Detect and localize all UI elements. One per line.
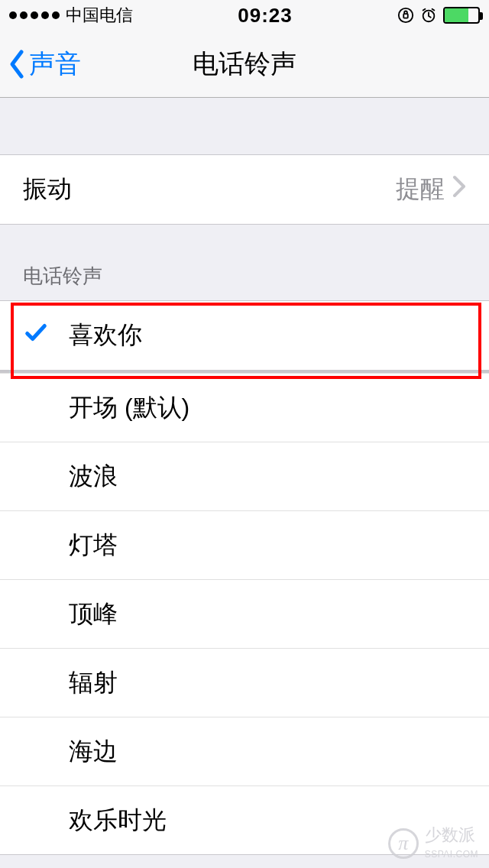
tone-label: 喜欢你 bbox=[69, 319, 466, 352]
tones-list: 喜欢你开场 (默认)波浪灯塔顶峰辐射海边欢乐时光 bbox=[0, 300, 489, 855]
tone-row[interactable]: 开场 (默认) bbox=[0, 373, 489, 442]
watermark: π 少数派 SSPAI.COM bbox=[388, 827, 478, 860]
tone-row[interactable]: 顶峰 bbox=[0, 579, 489, 648]
tone-label: 波浪 bbox=[69, 460, 466, 494]
tone-row[interactable]: 辐射 bbox=[0, 648, 489, 717]
tone-row[interactable]: 灯塔 bbox=[0, 510, 489, 579]
status-bar: 中国电信 09:23 bbox=[0, 0, 489, 31]
chevron-right-icon bbox=[452, 175, 466, 204]
watermark-brand: 少数派 bbox=[425, 825, 475, 844]
carrier-label: 中国电信 bbox=[66, 4, 133, 27]
alarm-icon bbox=[420, 7, 437, 24]
signal-strength-icon bbox=[9, 11, 60, 19]
tones-section-header: 电话铃声 bbox=[0, 225, 489, 300]
tone-label: 顶峰 bbox=[69, 598, 466, 631]
svg-rect-1 bbox=[403, 14, 408, 18]
vibration-row[interactable]: 振动 提醒 bbox=[0, 155, 489, 224]
tone-row[interactable]: 喜欢你 bbox=[0, 301, 489, 370]
tone-row[interactable]: 波浪 bbox=[0, 442, 489, 510]
tone-label: 海边 bbox=[69, 735, 466, 769]
status-clock: 09:23 bbox=[238, 4, 293, 28]
tone-label: 辐射 bbox=[69, 666, 466, 700]
vibration-group: 振动 提醒 bbox=[0, 154, 489, 225]
status-left: 中国电信 bbox=[9, 4, 133, 27]
chevron-left-icon bbox=[8, 49, 26, 79]
watermark-sub: SSPAI.COM bbox=[425, 849, 478, 860]
back-button[interactable]: 声音 bbox=[0, 47, 81, 82]
tone-label: 灯塔 bbox=[69, 529, 466, 562]
checkmark-icon bbox=[23, 319, 49, 351]
battery-icon bbox=[443, 7, 480, 24]
vibration-value: 提醒 bbox=[396, 173, 445, 206]
tone-row[interactable]: 海边 bbox=[0, 717, 489, 785]
navigation-bar: 声音 电话铃声 bbox=[0, 31, 489, 98]
back-label: 声音 bbox=[29, 47, 81, 82]
status-right bbox=[397, 7, 480, 24]
watermark-logo-icon: π bbox=[388, 828, 419, 859]
vibration-label: 振动 bbox=[23, 173, 396, 206]
orientation-lock-icon bbox=[397, 7, 414, 24]
svg-point-0 bbox=[399, 8, 413, 22]
group-gap bbox=[0, 98, 489, 154]
tone-label: 开场 (默认) bbox=[69, 391, 466, 425]
